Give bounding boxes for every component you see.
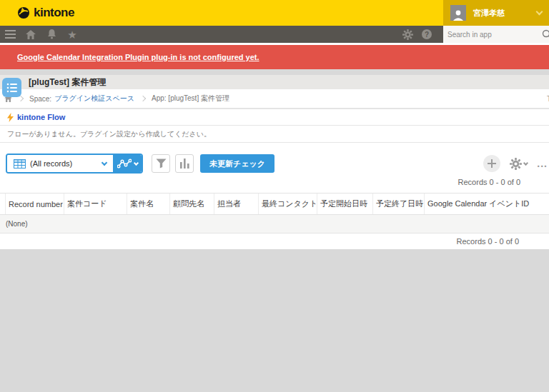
home-icon[interactable] [25, 29, 36, 40]
table-header-last-contact-date[interactable]: 最終コンタクト日 [259, 194, 317, 214]
table-header-row: Record number 案件コード 案件名 顧問先名 担当者 最終コンタクト… [0, 194, 549, 215]
polyline-chart-icon [117, 159, 132, 169]
plugin-config-link[interactable]: Google Calendar Integration Plugin plug-… [17, 53, 259, 61]
help-icon[interactable]: ? [422, 29, 432, 39]
user-menu[interactable]: 宮澤孝慈 [443, 0, 549, 26]
view-selector: (All records) [6, 154, 143, 174]
app-settings-button[interactable] [510, 158, 528, 170]
chart-view-toggle[interactable] [113, 155, 142, 172]
chevron-down-icon [133, 160, 138, 165]
favorites-star-icon[interactable]: ★ [66, 29, 78, 40]
table-header-record-number[interactable]: Record number [6, 194, 64, 214]
page-background [0, 251, 549, 392]
chevron-down-icon [536, 8, 543, 15]
kintone-logo-text: kintone [34, 6, 74, 20]
kintone-logo-icon [17, 6, 30, 19]
view-toolbar: (All records) [0, 153, 549, 174]
records-count-bottom: Records 0 - 0 of 0 [0, 233, 549, 249]
breadcrumb-app-label: App: [plugTest] 案件管理 [152, 94, 229, 104]
app-search-box[interactable] [443, 26, 549, 43]
breadcrumb-space-prefix: Space: [29, 95, 51, 103]
hamburger-menu-icon[interactable] [4, 29, 16, 40]
chevron-down-icon [523, 160, 528, 165]
table-header-case-code[interactable]: 案件コード [64, 194, 127, 214]
add-record-button[interactable] [483, 155, 500, 172]
more-options-button[interactable]: ... [537, 158, 548, 169]
kintone-flow-message-row: フローがありません。プラグイン設定から作成してください。 [0, 126, 549, 143]
user-name: 宮澤孝慈 [473, 8, 537, 19]
chart-button[interactable] [175, 154, 194, 173]
chevron-down-icon [102, 159, 107, 165]
breadcrumb-space-link[interactable]: プラグイン検証スペース [54, 94, 134, 104]
funnel-icon [156, 159, 167, 169]
kintone-flow-title[interactable]: kintone Flow [17, 113, 65, 121]
kintone-logo[interactable]: kintone [17, 6, 74, 20]
records-table: Record number 案件コード 案件名 顧問先名 担当者 最終コンタクト… [0, 193, 549, 233]
table-header-client-name[interactable]: 顧問先名 [170, 194, 214, 214]
search-input[interactable] [447, 31, 542, 39]
filter-button[interactable] [152, 154, 170, 173]
unupdated-check-button[interactable]: 未更新チェック [200, 154, 274, 173]
app-title-bar: [plugTest] 案件管理 [0, 75, 549, 89]
kintone-flow-empty-message: フローがありません。プラグイン設定から作成してください。 [7, 129, 211, 139]
gear-icon [510, 158, 522, 170]
search-icon[interactable] [542, 29, 549, 39]
view-select-dropdown[interactable]: (All records) [7, 155, 113, 172]
app-content: [plugTest] 案件管理 Space: プラグイン検証スペース App: … [0, 75, 549, 249]
bar-chart-icon [180, 159, 189, 169]
table-empty-row: (None) [0, 215, 549, 233]
lightning-bolt-icon [7, 113, 14, 122]
breadcrumb-separator-icon [140, 96, 146, 101]
table-view-icon [14, 159, 26, 169]
app-header: kintone 宮澤孝慈 [0, 0, 549, 26]
breadcrumb: Space: プラグイン検証スペース App: [plugTest] 案件管理 … [0, 89, 549, 109]
table-header-spacer [0, 194, 6, 214]
table-header-planned-start[interactable]: 予定開始日時 [317, 194, 373, 214]
app-icon [2, 78, 21, 97]
table-header-gcal-event-id[interactable]: Google Calendar イベントID [425, 194, 549, 214]
table-header-planned-end[interactable]: 予定終了日時 [373, 194, 425, 214]
global-navbar: ★ ? [0, 26, 549, 43]
app-title[interactable]: [plugTest] 案件管理 [29, 76, 106, 89]
plugin-error-banner: Google Calendar Integration Plugin plug-… [0, 45, 549, 69]
settings-gear-icon[interactable] [402, 29, 413, 40]
kintone-flow-header: kintone Flow [0, 109, 549, 126]
view-select-value: (All records) [30, 159, 98, 168]
notifications-bell-icon[interactable] [46, 29, 57, 40]
table-header-assignee[interactable]: 担当者 [214, 194, 259, 214]
table-header-case-name[interactable]: 案件名 [127, 194, 170, 214]
records-count-top: Records 0 - 0 of 0 [0, 174, 549, 190]
user-avatar-icon [450, 5, 466, 21]
